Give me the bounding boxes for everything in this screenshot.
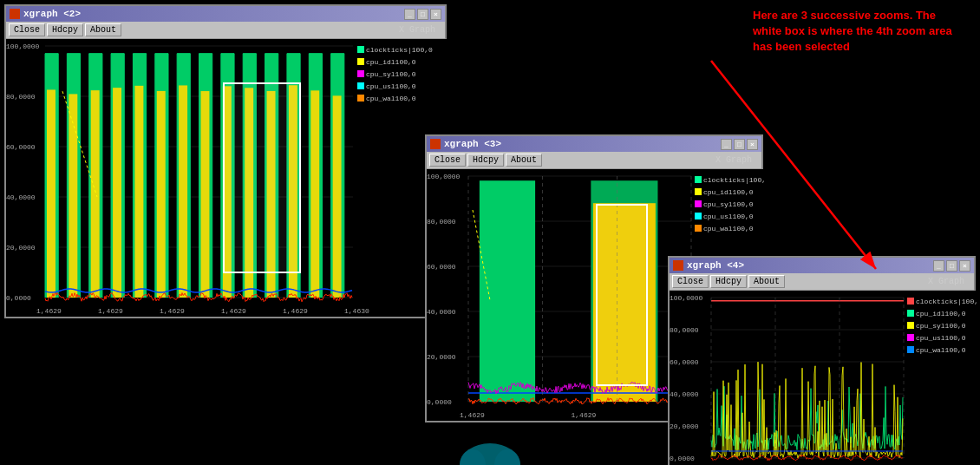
close-btn-win3[interactable]: Close — [672, 275, 709, 288]
titlebar-xgraph-2: xgraph <2> _ □ × — [6, 6, 445, 22]
annotation-text: Here are 3 successive zooms. The white b… — [746, 4, 971, 59]
window-controls-4: _ □ × — [933, 260, 970, 272]
window-title-4: xgraph <4> — [687, 260, 744, 271]
graph-label-win2: X Graph — [715, 155, 752, 165]
titlebar-xgraph-4: xgraph <4> _ □ × — [670, 258, 974, 273]
about-btn-win1[interactable]: About — [85, 23, 121, 36]
close-button-3[interactable]: × — [747, 139, 758, 150]
about-btn-win2[interactable]: About — [506, 154, 542, 167]
minimize-button-3[interactable]: _ — [721, 139, 732, 150]
graph-label-win1: X Graph — [399, 25, 435, 35]
close-button-4[interactable]: × — [959, 260, 970, 272]
window-icon-4 — [673, 260, 683, 271]
window-controls-3: _ □ × — [721, 139, 758, 150]
minimize-button[interactable]: _ — [404, 9, 415, 20]
minimize-button-4[interactable]: _ — [933, 260, 944, 272]
close-btn-win2[interactable]: Close — [429, 154, 466, 167]
decorative-bottom — [455, 430, 525, 465]
window-xgraph-2: xgraph <2> _ □ × Close Hdcpy About X Gra… — [4, 4, 447, 318]
maximize-button-3[interactable]: □ — [734, 139, 745, 150]
titlebar-xgraph-3: xgraph <3> _ □ × — [427, 136, 761, 152]
hdcpy-btn-win1[interactable]: Hdcpy — [47, 23, 83, 36]
graph-label-win3: X Graph — [928, 277, 964, 286]
hdcpy-btn-win3[interactable]: Hdcpy — [710, 275, 747, 288]
hdcpy-btn-win2[interactable]: Hdcpy — [467, 154, 504, 167]
titlebar-left-4: xgraph <4> — [673, 260, 744, 271]
graph-area-win1 — [6, 39, 448, 317]
window-icon — [10, 9, 20, 19]
toolbar-win3: Close Hdcpy About X Graph — [670, 273, 974, 291]
close-button[interactable]: × — [430, 9, 441, 20]
titlebar-left-3: xgraph <3> — [430, 139, 501, 149]
close-btn-win1[interactable]: Close — [9, 23, 45, 36]
graph-area-win3: X × 10⁹ — [670, 291, 977, 465]
maximize-button-4[interactable]: □ — [946, 260, 957, 272]
window-title-3: xgraph <3> — [444, 139, 501, 149]
maximize-button[interactable]: □ — [417, 9, 428, 20]
toolbar-win1: Close Hdcpy About X Graph — [6, 22, 445, 39]
about-btn-win3[interactable]: About — [748, 275, 785, 288]
toolbar-win2: Close Hdcpy About X Graph — [427, 152, 761, 169]
titlebar-left: xgraph <2> — [10, 9, 81, 19]
window-title: xgraph <2> — [23, 9, 81, 19]
window-icon-3 — [430, 139, 441, 149]
window-controls: _ □ × — [404, 9, 441, 20]
window-xgraph-4: xgraph <4> _ □ × Close Hdcpy About X Gra… — [668, 256, 976, 465]
